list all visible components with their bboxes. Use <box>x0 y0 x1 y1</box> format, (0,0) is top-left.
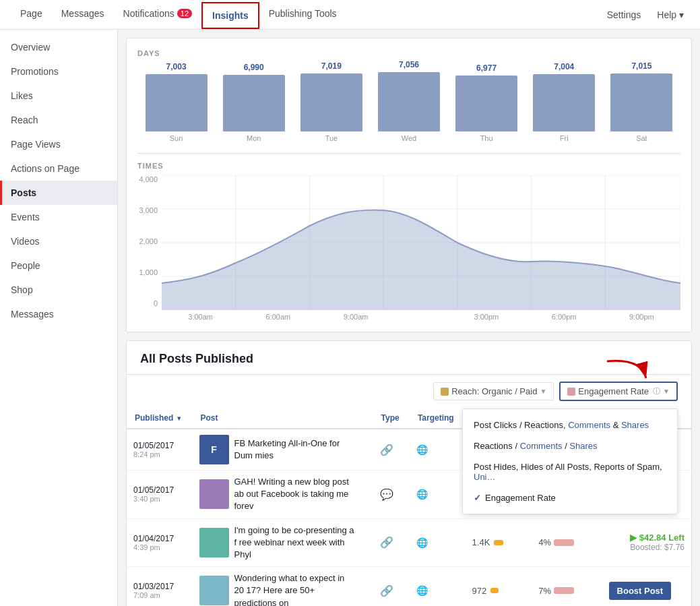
line-chart: TIMES 4,000 3,000 2,000 1,000 0 <box>137 153 680 321</box>
post-text: FB Marketing All-in-One for Dum mies <box>234 437 356 462</box>
sidebar-item-events[interactable]: Events <box>0 205 117 229</box>
post-date: 01/04/2017 <box>133 534 186 543</box>
post-thumbnail: F <box>199 435 229 464</box>
bar-day-label: Tue <box>325 134 338 142</box>
sidebar-item-page-views[interactable]: Page Views <box>0 132 117 156</box>
top-nav: Page Messages Notifications 12 Insights … <box>0 0 700 30</box>
dropdown-link-shares2[interactable]: Shares <box>569 441 597 451</box>
post-date: 01/03/2017 <box>133 582 186 591</box>
sidebar: Overview Promotions Likes Reach Page Vie… <box>0 30 118 606</box>
bar-value: 6,977 <box>476 63 497 73</box>
post-text: Wondering what to expect in 20 17? Here … <box>234 572 356 606</box>
bar-day-label: Fri <box>560 134 569 142</box>
posts-section: All Posts Published <box>126 340 692 606</box>
engagement-dropdown-icon: ▼ <box>663 388 670 395</box>
sidebar-item-likes[interactable]: Likes <box>0 84 117 108</box>
bar-rect <box>378 72 440 131</box>
nav-insights[interactable]: Insights <box>201 2 259 29</box>
dropdown-item-engagement-rate[interactable]: ✓ Engagement Rate <box>463 487 677 508</box>
cell-engagement: 7% <box>532 567 602 606</box>
dropdown-item-hides[interactable]: Post Hides, Hides of All Posts, Reports … <box>463 456 677 487</box>
bar-value: 7,003 <box>166 62 187 71</box>
x-label-9am: 9:00am <box>344 313 369 321</box>
boost-post-btn[interactable]: Boost Post <box>609 582 672 600</box>
nav-notifications[interactable]: Notifications 12 <box>114 0 202 30</box>
x-label-3am: 3:00am <box>188 313 213 321</box>
table-toolbar: Reach: Organic / Paid ▼ Engagement Rate … <box>127 375 691 408</box>
post-date: 01/05/2017 <box>133 485 186 495</box>
bar-col-fri: 7,004 Fri <box>526 62 603 142</box>
sidebar-item-overview[interactable]: Overview <box>0 35 117 59</box>
reach-dropdown-icon: ▼ <box>540 388 546 395</box>
reach-filter-btn[interactable]: Reach: Organic / Paid ▼ <box>433 382 554 400</box>
post-content-cell: GAH! Writing a new blog post ab out Face… <box>199 476 367 513</box>
bar-value: 7,056 <box>399 60 419 69</box>
nav-page[interactable]: Page <box>11 0 52 30</box>
cell-targeting: 🌐 <box>410 567 466 606</box>
bar-col-thu: 6,977 Thu <box>448 63 526 142</box>
cell-reach: 972 <box>466 567 532 606</box>
dropdown-item-reactions[interactable]: Reactions / Comments / Shares <box>463 435 677 456</box>
dropdown-link-shares1[interactable]: Shares <box>621 420 649 430</box>
sidebar-item-posts[interactable]: Posts <box>0 181 117 205</box>
cell-action: ▶ $42.84 LeftBoosted: $7.76 <box>602 518 691 567</box>
dropdown-link-comments1[interactable]: Comments <box>568 420 610 430</box>
sidebar-item-actions-on-page[interactable]: Actions on Page <box>0 156 117 181</box>
dropdown-link-comments2[interactable]: Comments <box>520 441 563 451</box>
sidebar-item-videos[interactable]: Videos <box>0 229 117 253</box>
type-icon: 🔗 <box>380 585 393 597</box>
bar-value: 7,004 <box>554 62 574 71</box>
post-thumbnail <box>199 479 229 509</box>
dropdown-engagement-label: Engagement Rate <box>485 493 556 503</box>
sidebar-item-reach[interactable]: Reach <box>0 108 117 132</box>
nav-right: Settings Help ▾ <box>602 9 689 20</box>
boosted-amount: Boosted: $7.76 <box>609 543 685 552</box>
sidebar-item-people[interactable]: People <box>0 253 117 278</box>
x-label-6pm: 6:00pm <box>552 313 577 321</box>
post-time: 7:09 am <box>133 591 186 599</box>
nav-messages[interactable]: Messages <box>52 0 114 30</box>
type-icon: 🔗 <box>380 537 393 548</box>
reach-bar <box>490 588 499 593</box>
cell-date: 01/05/2017 3:40 pm <box>127 471 193 519</box>
th-published[interactable]: Published ▾ <box>127 408 193 429</box>
engagement-value: 7% <box>538 586 551 596</box>
nav-publishing-tools[interactable]: Publishing Tools <box>259 0 346 30</box>
engagement-dropdown-menu: Post Clicks / Reactions, Comments & Shar… <box>462 408 678 514</box>
engagement-bar <box>554 539 574 546</box>
bar-chart-label: DAYS <box>137 49 680 57</box>
line-chart-svg <box>162 175 680 310</box>
cell-type: 🔗 <box>373 429 410 471</box>
engagement-cell: 4% <box>538 537 595 547</box>
reach-color-dot <box>441 388 449 396</box>
sidebar-item-messages[interactable]: Messages <box>0 302 117 326</box>
dropdown-item-post-clicks[interactable]: Post Clicks / Reactions, Comments & Shar… <box>463 415 677 435</box>
cell-reach: 1.4K <box>466 518 532 567</box>
globe-icon: 🌐 <box>416 489 428 499</box>
sort-arrow: ▾ <box>177 415 181 422</box>
cell-post: GAH! Writing a new blog post ab out Face… <box>193 471 373 519</box>
y-label-3000: 3,000 <box>137 206 158 214</box>
bar-day-label: Sun <box>170 134 183 142</box>
cell-engagement: 4% <box>532 518 602 567</box>
cell-date: 01/04/2017 4:39 pm <box>127 518 193 567</box>
nav-settings[interactable]: Settings <box>602 9 647 20</box>
globe-icon: 🌐 <box>416 537 428 548</box>
engagement-value: 4% <box>538 537 551 547</box>
bar-value: 6,990 <box>244 63 264 72</box>
dropdown-link-uni[interactable]: Uni… <box>474 472 496 482</box>
post-time: 4:39 pm <box>133 543 186 551</box>
engagement-cell: 7% <box>538 586 595 596</box>
bar-rect <box>146 74 208 131</box>
sidebar-item-shop[interactable]: Shop <box>0 278 117 302</box>
bar-day-label: Mon <box>247 134 261 142</box>
chart-section: DAYS 7,003 Sun 6,990 Mon 7,019 Tue 7,056… <box>126 38 692 332</box>
cell-action: Boost Post <box>602 567 691 606</box>
table-row: 01/04/2017 4:39 pm I'm going to be co-pr… <box>127 518 691 567</box>
cell-date: 01/03/2017 7:09 am <box>127 567 193 606</box>
post-thumbnail <box>199 576 229 605</box>
post-text: GAH! Writing a new blog post ab out Face… <box>234 476 356 513</box>
amount-left: ▶ $42.84 Left <box>609 533 685 543</box>
sidebar-item-promotions[interactable]: Promotions <box>0 59 117 84</box>
nav-help[interactable]: Help ▾ <box>651 9 689 20</box>
